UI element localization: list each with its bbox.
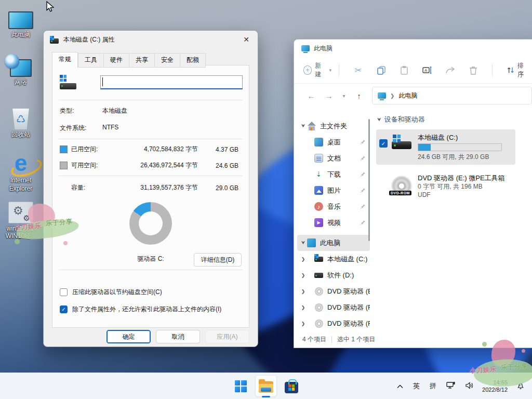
toolbar-divider: [339, 64, 339, 76]
sidebar-item-home[interactable]: ⮟ 主文件夹: [297, 118, 370, 134]
drive-icon: [50, 36, 59, 44]
chevron-down-icon: ⮟: [299, 123, 307, 129]
sort-button[interactable]: 排序: [507, 61, 529, 79]
new-button[interactable]: + 新建 ▾: [303, 61, 331, 79]
start-button[interactable]: [230, 376, 251, 396]
forward-button[interactable]: →: [321, 91, 337, 100]
tray-overflow-chevron-icon[interactable]: [394, 380, 406, 392]
chevron-right-icon: ❯: [299, 321, 307, 326]
index-checkbox-row[interactable]: ✓ 除了文件属性外，还允许索引此驱动器上文件的内容(I): [58, 301, 244, 318]
chevron-right-icon: ❯: [299, 257, 307, 262]
address-bar[interactable]: ❯ 此电脑: [372, 87, 532, 104]
up-button[interactable]: ↑: [351, 91, 367, 100]
desktop-icon-recycle-bin[interactable]: ♺ 回收站: [3, 107, 38, 138]
tab-hardware[interactable]: 硬件: [104, 53, 129, 68]
music-icon: ♪: [314, 202, 323, 211]
text-caret: [102, 77, 103, 86]
paste-icon: [399, 65, 409, 75]
paste-button[interactable]: [393, 65, 416, 75]
taskbar-file-explorer-button[interactable]: [255, 375, 277, 397]
drive-icon: [314, 271, 323, 280]
dvd-icon: [314, 303, 323, 312]
group-header-devices[interactable]: ⮟ 设备和驱动器: [377, 115, 532, 124]
used-space-row: 已用空间: 4,702,584,832 字节 4.37 GB: [58, 141, 244, 157]
documents-icon: [314, 154, 323, 163]
pin-icon: [360, 155, 368, 161]
pin-icon: [360, 220, 368, 225]
index-checkbox[interactable]: ✓: [60, 305, 68, 313]
item-checkbox[interactable]: ✓: [379, 139, 388, 148]
sidebar-item-dvd-f[interactable]: ❯ DVD 驱动器 (F:): [297, 299, 370, 315]
free-space-swatch: [60, 162, 68, 169]
share-button[interactable]: [439, 65, 462, 75]
type-row: 类型: 本地磁盘: [58, 102, 244, 119]
sidebar-item-dvd-e[interactable]: ❯ DVD 驱动器 (E:): [297, 283, 370, 299]
explorer-titlebar[interactable]: 此电脑: [294, 39, 532, 57]
properties-dialog: 本地磁盘 (C:) 属性 ✕ 常规 工具 硬件 共享 安全 配额: [43, 30, 258, 347]
tab-quota[interactable]: 配额: [180, 53, 206, 68]
desktop-icon-this-pc[interactable]: 此电脑: [3, 6, 38, 38]
tab-general[interactable]: 常规: [52, 52, 78, 68]
dialog-title: 本地磁盘 (C:) 属性: [63, 35, 115, 44]
sidebar-item-pictures[interactable]: 图片: [297, 182, 370, 198]
details-button[interactable]: 详细信息(D): [194, 253, 242, 267]
sidebar-item-dvd-clipped[interactable]: ❯ DVD 驱动器 (F:): [297, 315, 370, 331]
sidebar-item-downloads[interactable]: ⇣ 下载: [297, 166, 370, 182]
globe-icon: [5, 54, 19, 69]
network-tray-icon[interactable]: [443, 379, 458, 393]
compress-checkbox[interactable]: [60, 288, 68, 296]
sidebar-item-documents[interactable]: 文档: [297, 150, 370, 166]
tab-security[interactable]: 安全: [155, 53, 180, 68]
taskbar-store-button[interactable]: [281, 376, 302, 396]
desktop-icon-network[interactable]: 网络: [3, 54, 38, 86]
volume-label-input[interactable]: [100, 75, 243, 89]
explorer-addressbar: ← → ▾ ↑ ❯ 此电脑: [294, 84, 532, 108]
ime-language-indicator[interactable]: 英: [410, 379, 423, 393]
file-item-local-disk-c[interactable]: ✓ 本地磁盘 (C:) 24.6 GB 可用, 共 29.0 GB: [376, 129, 515, 165]
used-space-swatch: [60, 145, 68, 153]
apply-button[interactable]: 应用(A): [205, 330, 249, 343]
selected-count: 选中 1 个项目: [337, 335, 375, 344]
desktop: 此电脑 网络 ♺ 回收站 e Internet Explorer ⚙⚙ win1…: [0, 0, 532, 399]
this-pc-icon: [301, 45, 310, 51]
back-button[interactable]: ←: [303, 91, 319, 100]
close-icon: ✕: [243, 35, 249, 44]
delete-button[interactable]: [462, 65, 485, 75]
rename-button[interactable]: A: [416, 65, 438, 75]
chevron-down-icon: ▾: [329, 68, 332, 73]
sidebar-item-desktop[interactable]: 桌面: [297, 134, 370, 150]
copy-button[interactable]: [369, 65, 392, 75]
sidebar-item-drive-d[interactable]: ❯ 软件 (D:): [297, 267, 370, 283]
taskbar-clock[interactable]: 14:55 2022/8/12: [480, 379, 510, 393]
pin-icon: [360, 204, 368, 209]
svg-text:z: z: [520, 383, 521, 387]
folder-icon: [259, 381, 273, 393]
compress-checkbox-row[interactable]: 压缩此驱动器以节约磁盘空间(C): [58, 284, 244, 301]
close-button[interactable]: ✕: [235, 31, 258, 48]
sidebar-item-this-pc[interactable]: ⮟ 此电脑: [297, 235, 370, 251]
volume-tray-icon[interactable]: [462, 380, 476, 393]
cut-button[interactable]: ✂: [347, 65, 369, 76]
network-icon: [10, 59, 32, 77]
desktop-folder-icon: [314, 138, 323, 147]
dialog-titlebar[interactable]: 本地磁盘 (C:) 属性 ✕: [44, 31, 258, 48]
sidebar-item-music[interactable]: ♪ 音乐: [297, 198, 370, 215]
file-item-dvd-e[interactable]: DVD-ROM DVD 驱动器 (E:) 微PE工具箱 0 字节 可用, 共 1…: [376, 170, 515, 203]
sidebar-item-videos[interactable]: ▶ 视频: [297, 215, 370, 231]
windows-logo-icon: [235, 380, 247, 392]
desktop-icon-win11-restore[interactable]: ⚙⚙ win11恢复 WIN10经...: [3, 201, 38, 240]
ok-button[interactable]: 确定: [107, 330, 151, 343]
ime-mode-indicator[interactable]: 拼: [427, 379, 440, 393]
sidebar-item-drive-c[interactable]: ❯ 本地磁盘 (C:): [297, 251, 370, 267]
dvd-icon: [314, 287, 323, 296]
tab-sharing[interactable]: 共享: [129, 53, 155, 68]
chevron-down-icon: ⮟: [377, 117, 381, 123]
breadcrumb-location[interactable]: 此电脑: [398, 91, 417, 100]
recent-locations-chevron-icon[interactable]: ▾: [339, 93, 349, 99]
desktop-icon-internet-explorer[interactable]: e Internet Explorer: [3, 152, 38, 193]
gears-icon: ⚙⚙: [8, 202, 33, 223]
copy-icon: [376, 65, 387, 75]
tab-tools[interactable]: 工具: [78, 53, 104, 68]
notification-bell-icon[interactable]: z: [513, 379, 528, 393]
cancel-button[interactable]: 取消: [156, 330, 200, 343]
